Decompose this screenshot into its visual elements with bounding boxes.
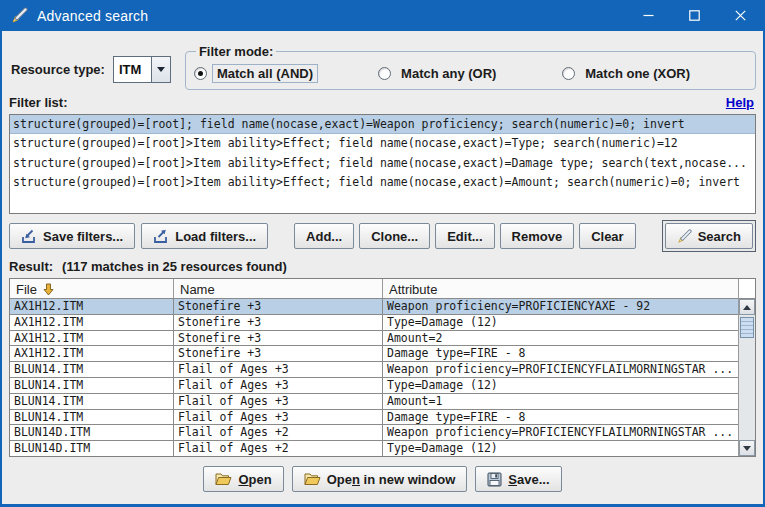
table-cell: BLUN14.ITM (10, 362, 174, 377)
load-filters-button[interactable]: Load filters... (141, 223, 268, 249)
open-folder-icon (215, 472, 232, 486)
scrollbar-track[interactable] (739, 315, 755, 440)
search-button[interactable]: Search (665, 223, 753, 249)
titlebar[interactable]: Advanced search (2, 0, 763, 31)
table-cell: Damage type=FIRE - 8 (383, 346, 738, 361)
table-row[interactable]: BLUN14.ITMFlail of Ages +3Damage type=FI… (10, 410, 738, 426)
paintbrush-search-icon (677, 229, 692, 244)
result-label: Result: (9, 259, 53, 274)
table-cell: Flail of Ages +2 (174, 441, 383, 456)
table-cell: Stonefire +3 (174, 299, 383, 314)
table-cell: BLUN14.ITM (10, 394, 174, 409)
table-cell: Stonefire +3 (174, 315, 383, 330)
default-button-border: Search (662, 220, 756, 252)
resource-type-label: Resource type: (11, 62, 105, 77)
table-body: AX1H12.ITMStonefire +3Weapon proficiency… (10, 299, 738, 456)
minimize-button[interactable] (625, 0, 671, 31)
table-cell: Weapon proficiency=PROFICIENCYAXE - 92 (383, 299, 738, 314)
table-row[interactable]: BLUN14.ITMFlail of Ages +3Weapon profici… (10, 362, 738, 378)
table-cell: Weapon proficiency=PROFICIENCYFLAILMORNI… (383, 425, 738, 440)
open-folder-icon (304, 472, 321, 486)
radio-label: Match any (OR) (396, 64, 501, 83)
save-floppy-icon (487, 472, 502, 487)
radio-icon[interactable] (378, 67, 391, 80)
filter-list-header: Filter list: Help (9, 95, 756, 112)
filter-list: structure(grouped)=[root]; field name(no… (9, 114, 756, 214)
table-cell: Flail of Ages +2 (174, 425, 383, 440)
column-header-attribute[interactable]: Attribute (383, 279, 738, 298)
clear-button[interactable]: Clear (579, 223, 636, 249)
table-row[interactable]: AX1H12.ITMStonefire +3Amount=2 (10, 331, 738, 347)
advanced-search-window: Advanced search Resource type: ITM Filte… (0, 0, 765, 507)
close-button[interactable] (717, 0, 763, 31)
radio-match-all[interactable]: Match all (AND) (194, 64, 378, 83)
column-header-file[interactable]: File (10, 279, 174, 298)
filter-mode-group: Filter mode: Match all (AND)Match any (O… (185, 44, 756, 90)
table-row[interactable]: BLUN14.ITMFlail of Ages +3Type=Damage (1… (10, 378, 738, 394)
filter-mode-options: Match all (AND)Match any (OR)Match one (… (194, 64, 747, 83)
clone-button[interactable]: Clone... (359, 223, 430, 249)
radio-match-any[interactable]: Match any (OR) (378, 64, 562, 83)
open-new-window-button[interactable]: Open in new window (292, 466, 468, 492)
radio-label: Match all (AND) (212, 64, 318, 83)
help-link[interactable]: Help (726, 95, 754, 110)
filter-list-item[interactable]: structure(grouped)=[root]>Item ability>E… (10, 154, 755, 173)
table-cell: AX1H12.ITM (10, 299, 174, 314)
table-header: File NameAttribute (10, 279, 738, 299)
dialog-content: Resource type: ITM Filter mode: Match al… (2, 31, 763, 504)
table-cell: Type=Damage (12) (383, 441, 738, 456)
save-filters-button[interactable]: Save filters... (9, 223, 135, 249)
file-actions-group: Save filters... Load filters... (9, 223, 268, 249)
scroll-down-button[interactable] (739, 440, 755, 456)
table-row[interactable]: BLUN14D.ITMFlail of Ages +2Type=Damage (… (10, 441, 738, 456)
table-cell: BLUN14.ITM (10, 378, 174, 393)
filter-list-item[interactable]: structure(grouped)=[root]; field name(no… (10, 115, 755, 134)
table-cell: AX1H12.ITM (10, 331, 174, 346)
table-cell: Type=Damage (12) (383, 378, 738, 393)
table-row[interactable]: BLUN14D.ITMFlail of Ages +2Weapon profic… (10, 425, 738, 441)
paintbrush-app-icon (11, 7, 28, 24)
bottom-actions-row: Open Open in new window Save... (9, 466, 756, 492)
table-cell: Stonefire +3 (174, 331, 383, 346)
radio-icon[interactable] (194, 67, 207, 80)
radio-icon[interactable] (562, 67, 575, 80)
top-controls-row: Resource type: ITM Filter mode: Match al… (9, 45, 756, 93)
table-cell: BLUN14D.ITM (10, 441, 174, 456)
table-cell: Flail of Ages +3 (174, 378, 383, 393)
table-cell: BLUN14.ITM (10, 410, 174, 425)
result-row: Result: (117 matches in 25 resources fou… (9, 257, 756, 275)
save-button[interactable]: Save... (475, 466, 561, 492)
filter-list-item[interactable]: structure(grouped)=[root]>Item ability>E… (10, 173, 755, 192)
table-row[interactable]: AX1H12.ITMStonefire +3Weapon proficiency… (10, 299, 738, 315)
table-row[interactable]: AX1H12.ITMStonefire +3Type=Damage (12) (10, 315, 738, 331)
edit-actions-group: Add... Clone... Edit... Remove Clear (294, 223, 636, 249)
table-cell: Type=Damage (12) (383, 315, 738, 330)
scroll-up-button[interactable] (739, 299, 755, 315)
table-cell: Flail of Ages +3 (174, 394, 383, 409)
table-cell: Stonefire +3 (174, 346, 383, 361)
radio-match-one[interactable]: Match one (XOR) (562, 64, 746, 83)
filter-list-item[interactable]: structure(grouped)=[root]>Item ability>E… (10, 134, 755, 153)
chevron-down-icon[interactable] (151, 57, 170, 82)
result-table-main: File NameAttribute AX1H12.ITMStonefire +… (10, 279, 738, 456)
column-header-name[interactable]: Name (174, 279, 383, 298)
table-cell: AX1H12.ITM (10, 315, 174, 330)
table-cell: AX1H12.ITM (10, 346, 174, 361)
table-row[interactable]: BLUN14.ITMFlail of Ages +3Amount=1 (10, 394, 738, 410)
add-button[interactable]: Add... (294, 223, 354, 249)
filter-actions-row: Save filters... Load filters... Add... C… (9, 222, 756, 250)
window-title: Advanced search (37, 8, 148, 24)
table-row[interactable]: AX1H12.ITMStonefire +3Damage type=FIRE -… (10, 346, 738, 362)
vertical-scrollbar[interactable] (738, 279, 755, 456)
save-filters-icon (21, 229, 37, 244)
scrollbar-corner (739, 279, 755, 299)
open-button[interactable]: Open (203, 466, 283, 492)
table-cell: Amount=1 (383, 394, 738, 409)
maximize-button[interactable] (671, 0, 717, 31)
edit-button[interactable]: Edit... (435, 223, 494, 249)
result-summary: (117 matches in 25 resources found) (62, 259, 287, 274)
remove-button[interactable]: Remove (500, 223, 575, 249)
resource-type-combo[interactable]: ITM (113, 56, 171, 83)
radio-label: Match one (XOR) (580, 64, 695, 83)
scrollbar-thumb[interactable] (740, 317, 754, 338)
